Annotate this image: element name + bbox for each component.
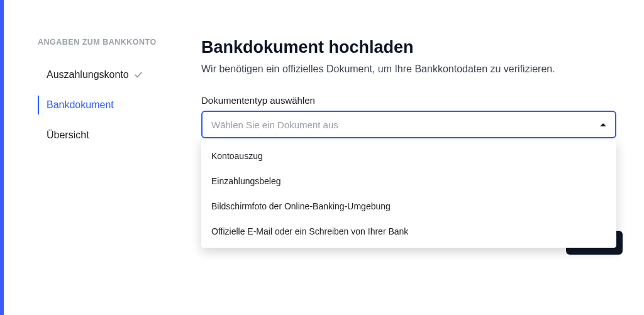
left-accent-bar <box>0 0 4 315</box>
dropdown-option-bank-email[interactable]: Offizielle E-Mail oder ein Schreiben von… <box>201 219 616 244</box>
sidebar-item-label: Bankdokument <box>47 99 114 111</box>
main-content: Bankdokument hochladen Wir benötigen ein… <box>201 38 625 155</box>
sidebar-item-label: Auszahlungskonto <box>47 69 129 80</box>
sidebar-item-auszahlungskonto[interactable]: Auszahlungskonto <box>38 64 176 86</box>
sidebar-item-label: Übersicht <box>47 130 89 141</box>
page-title: Bankdokument hochladen <box>201 38 625 57</box>
sidebar-item-bankdokument[interactable]: Bankdokument <box>38 94 176 116</box>
document-type-select-wrap: Wählen Sie ein Dokument aus Kontoauszug … <box>201 111 616 138</box>
select-placeholder: Wählen Sie ein Dokument aus <box>211 119 338 130</box>
dropdown-option-online-banking-screenshot[interactable]: Bildschirmfoto der Online-Banking-Umgebu… <box>201 194 616 219</box>
dropdown-option-einzahlungsbeleg[interactable]: Einzahlungsbeleg <box>201 169 616 194</box>
sidebar-nav: Auszahlungskonto Bankdokument Übersicht <box>38 64 176 155</box>
check-icon <box>134 70 143 79</box>
dropdown-option-kontoauszug[interactable]: Kontoauszug <box>201 143 616 169</box>
caret-up-icon <box>600 123 606 126</box>
select-label: Dokumententyp auswählen <box>201 95 625 106</box>
document-type-dropdown: Kontoauszug Einzahlungsbeleg Bildschirmf… <box>201 140 616 248</box>
document-type-select[interactable]: Wählen Sie ein Dokument aus <box>201 111 616 138</box>
sidebar-header: ANGABEN ZUM BANKKONTO <box>38 38 176 47</box>
sidebar: ANGABEN ZUM BANKKONTO Auszahlungskonto B… <box>38 38 176 155</box>
sidebar-item-uebersicht[interactable]: Übersicht <box>38 124 176 146</box>
page-subtitle: Wir benötigen ein offizielles Dokument, … <box>201 64 625 75</box>
